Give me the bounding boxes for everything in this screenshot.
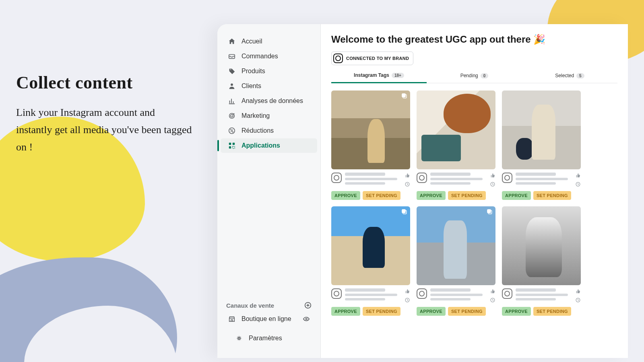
approve-button[interactable]: APPROVE — [417, 191, 446, 200]
sidebar-channels-header: Canaux de vente — [217, 296, 320, 311]
thumb-icon[interactable] — [490, 173, 495, 180]
approve-button[interactable]: APPROVE — [417, 307, 446, 316]
sidebar-item-produits[interactable]: Produits — [221, 64, 317, 78]
sidebar-item-label: Produits — [242, 68, 265, 75]
media-grid: APPROVESET PENDINGAPPROVESET PENDINGAPPR… — [331, 90, 617, 316]
tab-label: Pending — [460, 73, 478, 78]
clock-icon — [575, 181, 581, 189]
page-title-text: Welcome to the greatest UGC app out ther… — [331, 34, 545, 45]
tab-count-badge: 5 — [576, 73, 584, 78]
sidebar-item-label: Marketing — [242, 112, 270, 119]
set-pending-button[interactable]: SET PENDING — [533, 307, 571, 316]
approve-button[interactable]: APPROVE — [331, 307, 360, 316]
media-thumbnail[interactable] — [331, 206, 410, 285]
svg-point-10 — [305, 318, 307, 320]
set-pending-button[interactable]: SET PENDING — [363, 307, 400, 316]
instagram-icon — [331, 288, 342, 299]
content-tabs: Instagram Tags18+Pending0Selected5 — [331, 72, 617, 83]
sidebar-item-analyses-de-données[interactable]: Analyses de données — [221, 94, 317, 108]
store-icon — [228, 315, 236, 323]
sidebar-item-accueil[interactable]: Accueil — [221, 34, 317, 49]
approve-button[interactable]: APPROVE — [502, 307, 531, 316]
tab-instagram-tags[interactable]: Instagram Tags18+ — [331, 72, 427, 83]
connected-label: CONNECTED TO MY BRAND — [346, 56, 409, 61]
tab-label: Selected — [555, 73, 574, 78]
sidebar-item-applications[interactable]: Applications — [221, 138, 317, 153]
person-icon — [228, 82, 236, 90]
media-thumbnail[interactable] — [417, 90, 495, 169]
media-caption-placeholder — [430, 173, 487, 187]
svg-rect-12 — [402, 94, 406, 97]
media-thumbnail[interactable] — [331, 90, 410, 169]
page-title: Welcome to the greatest UGC app out ther… — [331, 34, 617, 45]
instagram-icon — [502, 288, 512, 299]
channel-boutique-en-ligne[interactable]: Boutique en ligne — [221, 312, 317, 326]
thumb-icon[interactable] — [575, 173, 581, 180]
approve-button[interactable]: APPROVE — [502, 191, 531, 200]
media-thumbnail[interactable] — [502, 90, 581, 169]
app-window: AccueilCommandesProduitsClientsAnalyses … — [217, 24, 628, 358]
media-thumbnail[interactable] — [417, 206, 495, 285]
set-pending-button[interactable]: SET PENDING — [448, 191, 486, 200]
instagram-icon — [417, 173, 427, 183]
instagram-icon — [333, 53, 343, 63]
stack-icon — [401, 209, 408, 215]
media-caption-placeholder — [516, 173, 572, 187]
tab-count-badge: 0 — [481, 73, 489, 78]
sidebar-item-marketing[interactable]: Marketing — [221, 109, 317, 123]
svg-rect-8 — [233, 146, 235, 148]
svg-rect-5 — [229, 143, 231, 145]
connected-pill[interactable]: CONNECTED TO MY BRAND — [331, 51, 413, 65]
media-card: APPROVESET PENDING — [417, 90, 495, 200]
media-thumbnail[interactable] — [502, 206, 581, 285]
approve-button[interactable]: APPROVE — [331, 191, 360, 200]
tag-icon — [228, 67, 236, 75]
media-caption-placeholder — [345, 288, 401, 302]
inbox-icon — [228, 52, 236, 60]
channel-label: Boutique en ligne — [242, 315, 291, 323]
sidebar-nav: AccueilCommandesProduitsClientsAnalyses … — [217, 34, 320, 296]
sidebar-item-clients[interactable]: Clients — [221, 79, 317, 93]
svg-rect-17 — [402, 210, 406, 213]
media-caption-placeholder — [345, 173, 401, 187]
svg-rect-7 — [229, 146, 231, 148]
sidebar-item-commandes[interactable]: Commandes — [221, 49, 317, 64]
add-channel-icon[interactable] — [304, 302, 312, 309]
clock-icon — [575, 297, 581, 304]
media-caption-placeholder — [516, 288, 572, 302]
set-pending-button[interactable]: SET PENDING — [448, 307, 486, 316]
eye-icon[interactable] — [303, 315, 310, 323]
sidebar-item-label: Commandes — [242, 53, 278, 60]
instagram-icon — [331, 173, 342, 183]
tab-selected[interactable]: Selected5 — [522, 72, 617, 83]
sidebar-item-label: Applications — [242, 142, 280, 149]
svg-point-3 — [231, 115, 233, 117]
media-card: APPROVESET PENDING — [331, 90, 410, 200]
media-card: APPROVESET PENDING — [417, 206, 495, 316]
sidebar-item-réductions[interactable]: Réductions — [221, 123, 317, 138]
promo-title: Collect content — [16, 72, 193, 93]
thumb-icon[interactable] — [575, 288, 581, 296]
home-icon — [228, 37, 236, 45]
sidebar-item-label: Réductions — [242, 127, 274, 134]
thumb-icon[interactable] — [405, 173, 410, 180]
apps-icon — [228, 142, 236, 150]
sidebar: AccueilCommandesProduitsClientsAnalyses … — [217, 24, 320, 358]
discount-icon — [228, 127, 236, 135]
tab-count-badge: 18+ — [392, 73, 404, 78]
sidebar-settings[interactable]: Paramètres — [228, 331, 310, 346]
set-pending-button[interactable]: SET PENDING — [533, 191, 571, 200]
instagram-icon — [417, 288, 427, 299]
instagram-icon — [502, 173, 512, 183]
target-icon — [228, 112, 236, 120]
thumb-icon[interactable] — [490, 288, 495, 296]
set-pending-button[interactable]: SET PENDING — [363, 191, 400, 200]
sidebar-channels-label: Canaux de vente — [226, 302, 274, 309]
main-panel: Welcome to the greatest UGC app out ther… — [320, 24, 628, 358]
media-caption-placeholder — [430, 288, 487, 302]
clock-icon — [405, 297, 410, 304]
thumb-icon[interactable] — [405, 288, 410, 296]
analytics-icon — [228, 97, 236, 105]
tab-pending[interactable]: Pending0 — [427, 72, 522, 83]
promo-body: Link your Instagram account and instantl… — [16, 104, 193, 156]
